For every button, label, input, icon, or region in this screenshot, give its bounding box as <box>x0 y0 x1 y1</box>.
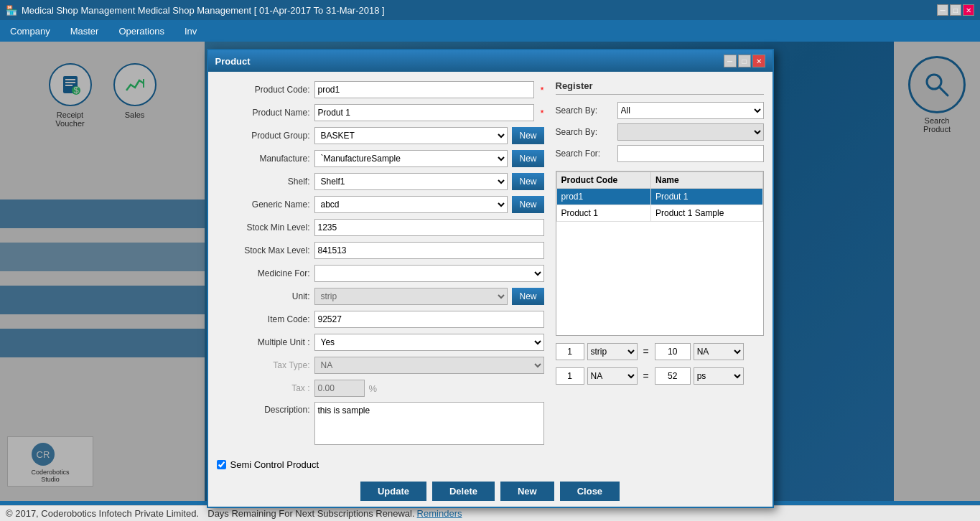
tax-input[interactable] <box>314 380 365 397</box>
tax-label: Tax : <box>217 383 310 393</box>
multiple-unit-select[interactable]: Yes No <box>314 334 544 351</box>
modal-minimize-btn[interactable]: ─ <box>724 55 737 67</box>
cell-code: prod1 <box>556 189 651 205</box>
multiple-unit-row: Multiple Unit : Yes No <box>217 333 544 352</box>
stock-max-row: Stock Max Level: <box>217 241 544 260</box>
generic-name-row: Generic Name: abcd New <box>217 195 544 214</box>
modal-title-bar: Product ─ □ ✕ <box>208 50 773 72</box>
reminders-link[interactable]: Reminders <box>417 508 462 519</box>
search-by-select-2[interactable] <box>617 123 764 141</box>
cell-code: Product 1 <box>556 205 651 222</box>
stock-min-row: Stock Min Level: <box>217 218 544 237</box>
main-area: $ ReceiptVoucher Sales CR Cod <box>0 42 980 501</box>
multiple-unit-label: Multiple Unit : <box>217 337 310 347</box>
required-star-2: * <box>540 108 543 118</box>
new-button[interactable]: New <box>500 482 554 501</box>
description-input[interactable]: this is sample <box>314 402 544 445</box>
unit-row-2: NA = ps <box>556 367 764 385</box>
close-window-btn[interactable]: ✕ <box>963 4 974 16</box>
stock-max-input[interactable] <box>314 242 544 259</box>
generic-name-new-btn[interactable]: New <box>512 196 543 213</box>
manufacture-row: Manufacture: `ManufactureSample New <box>217 149 544 168</box>
col-product-code: Product Code <box>556 172 651 189</box>
shelf-select[interactable]: Shelf1 <box>314 173 508 190</box>
cell-name: Product 1 Sample <box>651 205 763 222</box>
unit-select[interactable]: strip <box>314 288 508 305</box>
app-title: Medical Shop Management Medical Shop Man… <box>22 5 385 16</box>
manufacture-new-btn[interactable]: New <box>512 150 543 167</box>
semi-control-label: Semi Control Product <box>230 459 319 470</box>
unit-new-btn[interactable]: New <box>512 288 543 305</box>
col-name: Name <box>651 172 763 189</box>
tax-type-row: Tax Type: NA <box>217 356 544 375</box>
delete-button[interactable]: Delete <box>432 482 495 501</box>
tax-row: Tax : % <box>217 379 544 398</box>
window-controls: ─ □ ✕ <box>937 4 974 16</box>
search-by-select-1[interactable]: All <box>617 102 764 119</box>
search-for-row: Search For: <box>556 145 764 162</box>
unit-row: Unit: strip New <box>217 287 544 306</box>
product-group-new-btn[interactable]: New <box>512 127 543 144</box>
product-modal: Product ─ □ ✕ Product Code: * <box>207 49 774 508</box>
generic-name-select[interactable]: abcd <box>314 196 508 213</box>
copyright-text: © 2017, Coderobotics Infotech Private Li… <box>6 508 199 519</box>
stock-min-input[interactable] <box>314 219 544 236</box>
eq-2: = <box>640 370 652 382</box>
menu-inv[interactable]: Inv <box>180 24 201 38</box>
search-by-label-1: Search By: <box>556 105 613 116</box>
stock-min-label: Stock Min Level: <box>217 222 310 233</box>
close-button[interactable]: Close <box>560 482 620 501</box>
menu-operations[interactable]: Operations <box>114 24 169 38</box>
semi-control-row: Semi Control Product <box>208 454 773 476</box>
unit-qty-1[interactable] <box>556 343 584 360</box>
unit-row-1: strip = NA <box>556 343 764 360</box>
modal-footer: Update Delete New Close <box>208 476 773 507</box>
update-button[interactable]: Update <box>360 482 426 501</box>
product-group-select[interactable]: BASKET <box>314 127 508 144</box>
modal-title: Product <box>215 56 251 67</box>
table-row[interactable]: Product 1 Product 1 Sample <box>556 205 762 222</box>
generic-name-label: Generic Name: <box>217 200 310 210</box>
tax-type-select[interactable]: NA <box>314 357 544 374</box>
search-by-row-2: Search By: <box>556 123 764 141</box>
unit-sel-1[interactable]: strip <box>587 343 638 360</box>
stock-max-label: Stock Max Level: <box>217 245 310 255</box>
unit-sel-2[interactable]: NA <box>694 343 744 360</box>
cell-name: Produt 1 <box>651 189 763 205</box>
tax-pct: % <box>369 383 378 394</box>
unit-val-1[interactable] <box>655 343 691 360</box>
medicine-for-select[interactable] <box>314 265 544 282</box>
shelf-new-btn[interactable]: New <box>512 173 543 190</box>
item-code-input[interactable] <box>314 311 544 328</box>
semi-control-checkbox[interactable] <box>217 460 226 469</box>
minimize-btn[interactable]: ─ <box>937 4 948 16</box>
product-name-label: Product Name: <box>217 108 310 118</box>
product-name-input[interactable] <box>314 104 535 121</box>
manufacture-select[interactable]: `ManufactureSample <box>314 150 508 167</box>
menu-bar: Company Master Operations Inv <box>0 20 980 42</box>
menu-company[interactable]: Company <box>6 24 55 38</box>
maximize-btn[interactable]: □ <box>950 4 961 16</box>
table-row[interactable]: prod1 Produt 1 <box>556 189 762 205</box>
medicine-for-label: Medicine For: <box>217 268 310 278</box>
search-for-input[interactable] <box>617 145 764 162</box>
unit-qty-2[interactable] <box>556 367 584 385</box>
search-for-label: Search For: <box>556 149 613 159</box>
unit-val-2[interactable] <box>655 367 691 385</box>
modal-restore-btn[interactable]: □ <box>738 55 751 67</box>
medicine-for-row: Medicine For: <box>217 264 544 283</box>
product-table-container: Product Code Name prod1 Produt 1 <box>556 171 764 336</box>
modal-close-btn[interactable]: ✕ <box>752 55 765 67</box>
description-row: Description: this is sample <box>217 402 544 445</box>
menu-master[interactable]: Master <box>66 24 103 38</box>
tax-type-label: Tax Type: <box>217 360 310 370</box>
title-bar: 🏪 Medical Shop Management Medical Shop M… <box>0 0 980 20</box>
product-code-input[interactable] <box>314 81 535 98</box>
eq-1: = <box>640 346 652 357</box>
unit-label: Unit: <box>217 291 310 301</box>
unit-sel-3[interactable]: NA <box>587 367 638 385</box>
unit-sel-4[interactable]: ps <box>694 367 744 385</box>
form-side: Product Code: * Product Name: * Product … <box>217 80 544 445</box>
item-code-row: Item Code: <box>217 310 544 329</box>
search-by-row-1: Search By: All <box>556 102 764 119</box>
